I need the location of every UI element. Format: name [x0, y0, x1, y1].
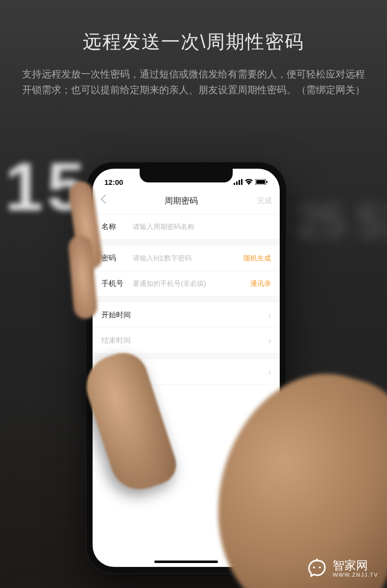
start-time-label: 开始时间: [101, 310, 133, 320]
svg-rect-5: [256, 180, 265, 184]
section-gap: [93, 240, 280, 246]
home-indicator[interactable]: [154, 561, 218, 563]
watermark-name: 智家网: [333, 559, 378, 572]
phone-notch: [140, 169, 233, 182]
chevron-right-icon: ›: [268, 311, 271, 320]
password-row[interactable]: 密码 请输入6位数字密码 随机生成: [93, 246, 280, 271]
contacts-button[interactable]: 通讯录: [250, 280, 271, 288]
section-gap: [93, 297, 280, 303]
watermark-text: 智家网 WWW.ZNJJ.TV: [333, 559, 378, 578]
status-time: 12:00: [104, 178, 123, 186]
svg-rect-9: [316, 559, 318, 562]
svg-rect-0: [234, 183, 235, 185]
random-generate-button[interactable]: 随机生成: [243, 254, 271, 263]
back-button[interactable]: [100, 194, 110, 207]
end-time-row[interactable]: 结束时间 ›: [93, 328, 280, 354]
battery-icon: [255, 178, 268, 186]
chevron-right-icon: ›: [268, 336, 271, 345]
name-row[interactable]: 名称 请输入周期密码名称: [93, 214, 280, 240]
phone-label: 手机号: [101, 279, 133, 288]
svg-rect-3: [241, 179, 242, 185]
svg-rect-2: [239, 180, 240, 185]
svg-point-8: [319, 566, 321, 568]
wifi-icon: [245, 178, 253, 186]
watermark-logo-icon: [306, 558, 328, 579]
phone-input[interactable]: 要通知的手机号(非必填): [133, 280, 250, 288]
watermark-url: WWW.ZNJJ.TV: [333, 572, 378, 578]
status-icons: [234, 178, 268, 186]
svg-point-7: [313, 566, 315, 568]
svg-rect-6: [266, 181, 267, 183]
name-label: 名称: [101, 222, 133, 231]
hero-description: 支持远程发放一次性密码，通过短信或微信发给有需要的人，便可轻松应对远程开锁需求；…: [20, 66, 367, 98]
phone-row[interactable]: 手机号 要通知的手机号(非必填) 通讯录: [93, 271, 280, 297]
done-button[interactable]: 完成: [252, 196, 272, 205]
end-time-label: 结束时间: [101, 336, 133, 345]
nav-bar: 周期密码 完成: [93, 189, 280, 214]
signal-icon: [234, 178, 242, 186]
chevron-right-icon: ›: [268, 368, 271, 377]
password-input[interactable]: 请输入6位数字密码: [133, 254, 243, 263]
watermark: 智家网 WWW.ZNJJ.TV: [306, 558, 378, 579]
nav-title: 周期密码: [110, 195, 252, 206]
hero-title: 远程发送一次\周期性密码: [0, 29, 387, 54]
svg-rect-1: [236, 181, 238, 185]
password-label: 密码: [101, 254, 133, 263]
start-time-row[interactable]: 开始时间 ›: [93, 303, 280, 328]
name-input[interactable]: 请输入周期密码名称: [133, 223, 271, 231]
